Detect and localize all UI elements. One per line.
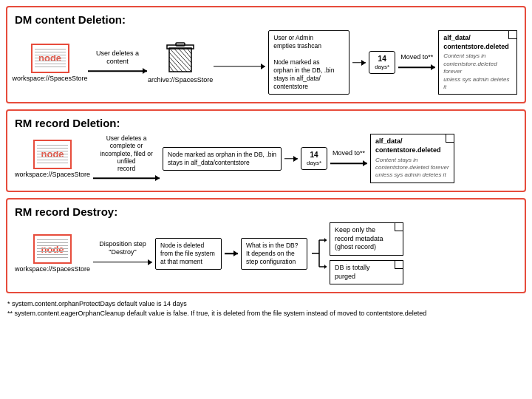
- fork-svg: [312, 231, 327, 276]
- svg-line-1: [169, 48, 191, 72]
- rm-destroy-section: RM record Destroy: node workspace://Spac…: [6, 198, 526, 293]
- doc-box-dm: alf_data/contentstore.deleted Content st…: [438, 30, 517, 95]
- node-rect-dm: node: [31, 44, 69, 73]
- days-label-rm: days*: [305, 160, 323, 167]
- trash-icon-dm: archive://SpacesStore: [150, 42, 211, 83]
- trash-svg: [166, 42, 194, 75]
- fork-container: [312, 231, 327, 276]
- arrow3-text-rm: Moved to**: [332, 149, 365, 157]
- branch-boxes: Keep only therecord metadata(ghost recor…: [330, 222, 403, 284]
- archive-label-dm: archive://SpacesStore: [148, 76, 213, 83]
- node-box-dm: node workspace://SpacesStore: [15, 44, 85, 82]
- node-rect-destroy: node: [33, 234, 72, 264]
- arrow1-destroy: Disposition step "Destroy": [93, 240, 152, 267]
- days-box-rm: 14 days*: [301, 147, 327, 170]
- node-box-destroy: node workspace://SpacesStore: [15, 234, 90, 273]
- arrow1-text-dm: User deletes a content: [88, 50, 147, 66]
- node-label-destroy: workspace://SpacesStore: [15, 265, 90, 273]
- bubble-rm: Node marked as orphan in the DB, .binsta…: [163, 147, 282, 171]
- arrow4-dm: Moved to**: [398, 53, 435, 72]
- node-label-rm: workspace://SpacesStore: [15, 171, 90, 178]
- footnote-2: ** system.content.eagerOrphanCleanup def…: [7, 309, 525, 318]
- arrow1-dm: User deletes a content: [88, 50, 147, 76]
- arrow4-text-dm: Moved to**: [400, 53, 433, 61]
- arrow1-text-rm: User deletes a complete orincomplete, fi…: [97, 134, 156, 172]
- rm-destroy-flow: node workspace://SpacesStore Disposition…: [15, 222, 517, 284]
- doc-title-rm: alf_data/contentstore.deleted: [375, 137, 449, 154]
- branch1-box: Keep only therecord metadata(ghost recor…: [330, 222, 403, 256]
- days-number-rm: 14: [305, 150, 323, 160]
- footnotes: * system.content.orphanProtectDays defau…: [6, 299, 526, 318]
- bubble-dm: User or Adminempties trashcanNode marked…: [268, 30, 349, 95]
- branch1-text: Keep only therecord metadata(ghost recor…: [335, 226, 398, 252]
- arrow2-destroy: [225, 249, 238, 258]
- rm-destroy-title: RM record Destroy:: [15, 205, 517, 218]
- arrow3-rm: Moved to**: [330, 149, 367, 168]
- arrow1-text-destroy: Disposition step "Destroy": [93, 240, 152, 256]
- dm-deletion-title: DM content Deletion:: [15, 13, 517, 26]
- dm-deletion-flow: node workspace://SpacesStore User delete…: [15, 30, 517, 95]
- doc-title-dm: alf_data/contentstore.deleted: [443, 34, 512, 51]
- svg-line-5: [169, 66, 174, 72]
- arrow2-rm: [284, 154, 298, 163]
- arrow2-dm: [214, 55, 265, 71]
- svg-marker-17: [324, 265, 327, 269]
- doc-box-rm: alf_data/contentstore.deleted Content st…: [370, 134, 454, 183]
- days-box-dm: 14 days*: [369, 51, 395, 74]
- svg-line-4: [169, 61, 178, 72]
- dm-deletion-section: DM content Deletion: node workspace://Sp…: [6, 6, 526, 103]
- bubble-destroy: Node is deletedfrom the file systemat th…: [155, 238, 222, 270]
- footnote-1: * system.content.orphanProtectDays defau…: [7, 299, 525, 309]
- rm-deletion-flow: node workspace://SpacesStore User delete…: [15, 134, 517, 183]
- rm-deletion-title: RM record Deletion:: [15, 117, 517, 129]
- svg-rect-11: [176, 43, 185, 46]
- days-number-dm: 14: [373, 54, 391, 64]
- node-box-rm: node workspace://SpacesStore: [15, 140, 90, 178]
- node-rect-rm: node: [33, 140, 72, 169]
- doc-sub-dm: Content stays incontentstore.deleted for…: [443, 52, 512, 91]
- arrow1-rm: User deletes a complete orincomplete, fi…: [93, 134, 160, 183]
- branch2-text: DB is totallypurged: [335, 264, 398, 281]
- question-destroy: What is in the DB?It depends on thestep …: [241, 238, 307, 270]
- branch2-box: DB is totallypurged: [330, 260, 403, 284]
- arrow3-dm: [352, 58, 366, 67]
- node-label-dm: workspace://SpacesStore: [13, 75, 88, 82]
- svg-marker-16: [324, 238, 327, 242]
- svg-line-8: [183, 48, 191, 58]
- days-label-dm: days*: [373, 64, 391, 71]
- doc-sub-rm: Content stays incontentstore.deleted for…: [375, 157, 449, 180]
- rm-deletion-section: RM record Deletion: node workspace://Spa…: [6, 109, 526, 192]
